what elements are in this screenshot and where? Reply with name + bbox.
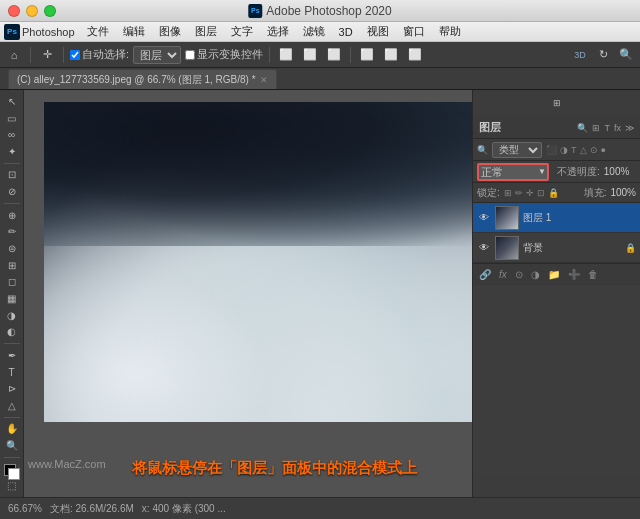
tool-pen[interactable]: ✒ bbox=[2, 348, 22, 363]
tool-sep-5 bbox=[4, 457, 20, 458]
layers-header-fx[interactable]: fx bbox=[614, 123, 621, 133]
filter-text-icon[interactable]: T bbox=[571, 145, 577, 155]
tool-shape[interactable]: △ bbox=[2, 398, 22, 413]
extra-btn-3[interactable]: ⬜ bbox=[405, 45, 425, 65]
filter-type-select[interactable]: 类型 bbox=[492, 142, 542, 158]
tool-lasso[interactable]: ∞ bbox=[2, 127, 22, 142]
layers-adjustment-icon[interactable]: ◑ bbox=[531, 269, 540, 280]
home-btn[interactable]: ⌂ bbox=[4, 45, 24, 65]
menu-help[interactable]: 帮助 bbox=[433, 22, 467, 41]
extra-btn-2[interactable]: ⬜ bbox=[381, 45, 401, 65]
window-controls[interactable] bbox=[8, 5, 56, 17]
lock-checkerboard-icon[interactable]: ⊞ bbox=[504, 188, 512, 198]
menu-select[interactable]: 选择 bbox=[261, 22, 295, 41]
right-icon-1[interactable]: ⊞ bbox=[548, 94, 566, 112]
auto-select-checkbox[interactable] bbox=[70, 50, 80, 60]
tool-history[interactable]: ⊞ bbox=[2, 258, 22, 273]
layer-item-bg[interactable]: 👁 背景 🔒 bbox=[473, 233, 640, 263]
caption-text: 将鼠标悬停在「图层」面板中的混合模式上 bbox=[132, 459, 417, 478]
layer-1-name: 图层 1 bbox=[523, 211, 551, 225]
minimize-button[interactable] bbox=[26, 5, 38, 17]
layers-fx-icon[interactable]: fx bbox=[499, 269, 507, 280]
menu-file[interactable]: 文件 bbox=[81, 22, 115, 41]
canvas-image bbox=[44, 102, 472, 422]
tool-zoom[interactable]: 🔍 bbox=[2, 438, 22, 453]
menu-text[interactable]: 文字 bbox=[225, 22, 259, 41]
tool-move[interactable]: ↖ bbox=[2, 94, 22, 109]
filter-smart-icon[interactable]: ⊙ bbox=[590, 145, 598, 155]
tool-heal[interactable]: ⊕ bbox=[2, 208, 22, 223]
document-tab[interactable]: (C) alley_127733569.jpeg @ 66.7% (图层 1, … bbox=[8, 69, 277, 89]
tool-dodge[interactable]: ◐ bbox=[2, 325, 22, 340]
filter-adjust-icon[interactable]: ◑ bbox=[560, 145, 568, 155]
layers-mask-icon[interactable]: ⊙ bbox=[515, 269, 523, 280]
blend-select-wrapper: 正常 ▼ bbox=[477, 163, 549, 181]
layers-group-icon[interactable]: 📁 bbox=[548, 269, 560, 280]
align-right-btn[interactable]: ⬜ bbox=[324, 45, 344, 65]
tool-crop[interactable]: ⊡ bbox=[2, 168, 22, 183]
layers-panel: 图层 🔍 ⊞ T fx ≫ 🔍 类型 ⬛ ◑ T bbox=[473, 117, 640, 475]
tool-hand[interactable]: ✋ bbox=[2, 422, 22, 437]
menu-edit[interactable]: 编辑 bbox=[117, 22, 151, 41]
tool-magic-wand[interactable]: ✦ bbox=[2, 144, 22, 159]
layers-header-search[interactable]: 🔍 bbox=[577, 123, 588, 133]
fill-label: 填充: bbox=[584, 186, 607, 200]
lock-move-icon[interactable]: ✛ bbox=[526, 188, 534, 198]
blend-mode-select[interactable]: 正常 bbox=[477, 163, 549, 181]
menu-layer[interactable]: 图层 bbox=[189, 22, 223, 41]
filter-toggle[interactable]: ● bbox=[601, 145, 606, 155]
tool-select-rect[interactable]: ▭ bbox=[2, 111, 22, 126]
lock-artboard-icon[interactable]: ⊡ bbox=[537, 188, 545, 198]
menu-window[interactable]: 窗口 bbox=[397, 22, 431, 41]
close-button[interactable] bbox=[8, 5, 20, 17]
tool-text[interactable]: T bbox=[2, 365, 22, 380]
opacity-value[interactable]: 100% bbox=[604, 166, 630, 177]
tab-close-icon[interactable]: ✕ bbox=[260, 75, 268, 85]
tool-eyedropper[interactable]: ⊘ bbox=[2, 184, 22, 199]
fill-value[interactable]: 100% bbox=[610, 187, 636, 198]
rotate-btn[interactable]: ↻ bbox=[593, 45, 613, 65]
show-transform-checkbox[interactable] bbox=[185, 50, 195, 60]
align-center-btn[interactable]: ⬜ bbox=[300, 45, 320, 65]
tool-fg-color[interactable] bbox=[2, 462, 22, 477]
menu-view[interactable]: 视图 bbox=[361, 22, 395, 41]
layers-bottom-bar: 🔗 fx ⊙ ◑ 📁 ➕ 🗑 bbox=[473, 263, 640, 285]
filter-pixel-icon[interactable]: ⬛ bbox=[546, 145, 557, 155]
ps-logo: Ps bbox=[248, 4, 262, 18]
tool-quick-mask[interactable]: ⬚ bbox=[2, 478, 22, 493]
status-zoom: 66.67% bbox=[8, 503, 42, 514]
tool-clone[interactable]: ⊜ bbox=[2, 241, 22, 256]
auto-select-dropdown[interactable]: 图层 bbox=[133, 46, 181, 64]
layers-header-T[interactable]: T bbox=[604, 123, 610, 133]
menu-image[interactable]: 图像 bbox=[153, 22, 187, 41]
maximize-button[interactable] bbox=[44, 5, 56, 17]
layer-bg-visibility[interactable]: 👁 bbox=[477, 241, 491, 255]
extra-btn-1[interactable]: ⬜ bbox=[357, 45, 377, 65]
move-tool[interactable]: ✛ bbox=[37, 45, 57, 65]
layers-new-icon[interactable]: ➕ bbox=[568, 269, 580, 280]
tool-blur[interactable]: ◑ bbox=[2, 308, 22, 323]
tool-gradient[interactable]: ▦ bbox=[2, 291, 22, 306]
layer-item-1[interactable]: 👁 图层 1 bbox=[473, 203, 640, 233]
layers-delete-icon[interactable]: 🗑 bbox=[588, 269, 598, 280]
lock-brush-icon[interactable]: ✏ bbox=[515, 188, 523, 198]
lock-all-icon[interactable]: 🔒 bbox=[548, 188, 559, 198]
layers-header-grid[interactable]: ⊞ bbox=[592, 123, 600, 133]
menu-filter[interactable]: 滤镜 bbox=[297, 22, 331, 41]
layer-bg-lock-icon: 🔒 bbox=[625, 243, 636, 253]
layers-header-menu[interactable]: ≫ bbox=[625, 123, 634, 133]
3d-btn[interactable]: 3D bbox=[570, 45, 590, 65]
status-coords: x: 400 像素 (300 ... bbox=[142, 502, 226, 516]
layers-filter-row: 🔍 类型 ⬛ ◑ T △ ⊙ ● bbox=[473, 139, 640, 161]
toolbar-sep-4 bbox=[350, 47, 351, 63]
search-btn-toolbar[interactable]: 🔍 bbox=[616, 45, 636, 65]
layer-1-visibility[interactable]: 👁 bbox=[477, 211, 491, 225]
tool-eraser[interactable]: ◻ bbox=[2, 275, 22, 290]
lock-row: 锁定: ⊞ ✏ ✛ ⊡ 🔒 填充: 100% bbox=[473, 183, 640, 203]
tool-brush[interactable]: ✏ bbox=[2, 224, 22, 239]
tool-path[interactable]: ⊳ bbox=[2, 381, 22, 396]
layers-link-icon[interactable]: 🔗 bbox=[479, 269, 491, 280]
menu-3d[interactable]: 3D bbox=[333, 22, 359, 41]
filter-shape-icon[interactable]: △ bbox=[580, 145, 587, 155]
align-left-btn[interactable]: ⬜ bbox=[276, 45, 296, 65]
